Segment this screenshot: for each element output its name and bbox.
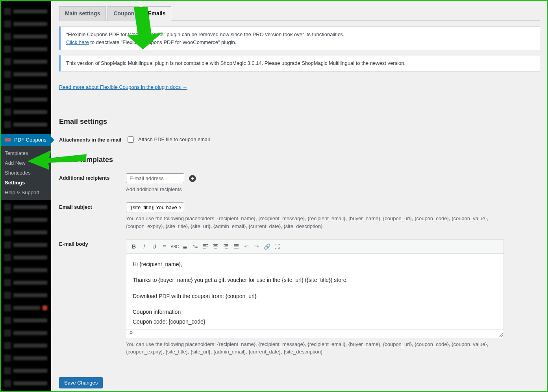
main-content: Main settings Coupon Emails "Flexible Co…: [51, 0, 548, 392]
save-changes-button[interactable]: Save Changes: [59, 377, 103, 388]
admin-sidebar: 🎟️ PDF Coupons Templates Add New Shortco…: [0, 0, 51, 392]
underline-icon[interactable]: U: [150, 242, 159, 251]
align-left-icon[interactable]: [201, 242, 210, 251]
redo-icon[interactable]: ↷: [252, 242, 261, 251]
resize-handle-icon[interactable]: [499, 333, 503, 337]
editor-statusbar: P: [126, 329, 504, 338]
subject-desc: You can use the following placeholders: …: [126, 215, 504, 230]
editor-content[interactable]: Hi {recipient_name}, Thanks to {buyer_na…: [126, 254, 504, 329]
subject-label: Email subject: [59, 202, 126, 230]
bold-icon[interactable]: B: [130, 242, 138, 251]
settings-tabs: Main settings Coupon Emails: [59, 6, 540, 21]
italic-icon[interactable]: I: [140, 242, 148, 251]
ticket-icon: 🎟️: [5, 137, 11, 143]
attachments-label: Attachments in the e-mail: [59, 135, 126, 144]
sidebar-submenu: Templates Add New Shortcodes Settings He…: [0, 146, 51, 200]
ul-icon[interactable]: ≣: [181, 242, 189, 251]
tab-emails[interactable]: Emails: [142, 6, 171, 21]
sidebar-menu-pdf-coupons[interactable]: 🎟️ PDF Coupons: [0, 134, 51, 146]
sidebar-item-shortcodes[interactable]: Shortcodes: [0, 168, 51, 178]
docs-link[interactable]: Read more about Flexible Coupons in the …: [59, 84, 187, 90]
recipients-label: Additional recipients: [59, 173, 126, 193]
align-justify-icon[interactable]: [232, 242, 241, 251]
body-label: E-mail body: [59, 239, 126, 356]
body-desc: You can use the following placeholders: …: [126, 340, 504, 356]
subject-input[interactable]: [126, 202, 184, 212]
sidebar-item-add-new[interactable]: Add New: [0, 158, 51, 168]
sidebar-blurred-top: [0, 8, 51, 128]
tab-coupon[interactable]: Coupon: [107, 6, 140, 21]
align-center-icon[interactable]: [211, 242, 220, 251]
link-icon[interactable]: 🔗: [263, 242, 271, 251]
section-email-settings: Email settings: [59, 118, 540, 126]
notice-shopmagic: This version of ShopMagic Multilingual p…: [59, 55, 540, 72]
fullscreen-icon[interactable]: ⛶: [273, 242, 281, 251]
quote-icon[interactable]: ❝: [160, 242, 169, 251]
ol-icon[interactable]: 1≡: [191, 242, 200, 251]
undo-icon[interactable]: ↶: [242, 242, 251, 251]
attach-pdf-checkbox[interactable]: [128, 136, 134, 143]
recipient-email-input[interactable]: [126, 173, 184, 183]
email-body-editor[interactable]: B I U ❝ ABC ≣ 1≡: [126, 239, 504, 338]
plus-icon: +: [191, 175, 194, 182]
tab-main-settings[interactable]: Main settings: [59, 6, 106, 21]
sidebar-item-settings[interactable]: Settings: [0, 178, 51, 188]
strike-icon[interactable]: ABC: [170, 242, 179, 251]
notice-click-here-link[interactable]: Click here: [66, 39, 89, 45]
add-recipient-button[interactable]: +: [189, 175, 196, 182]
editor-toolbar: B I U ❝ ABC ≣ 1≡: [126, 240, 504, 254]
sidebar-menu-label: PDF Coupons: [14, 137, 46, 143]
sidebar-blurred-bottom: [0, 204, 51, 392]
sidebar-item-templates[interactable]: Templates: [0, 148, 51, 158]
align-right-icon[interactable]: [222, 242, 230, 251]
section-email-templates: Email templates: [59, 156, 540, 164]
attach-pdf-label: Attach PDF file to coupon email: [138, 136, 210, 142]
recipients-desc: Add additional recipients: [126, 186, 504, 193]
sidebar-item-help-support[interactable]: Help & Support: [0, 188, 51, 197]
notice-deactivate-plugin: "Flexible Coupons PDF for WooCommerce" p…: [59, 26, 540, 50]
